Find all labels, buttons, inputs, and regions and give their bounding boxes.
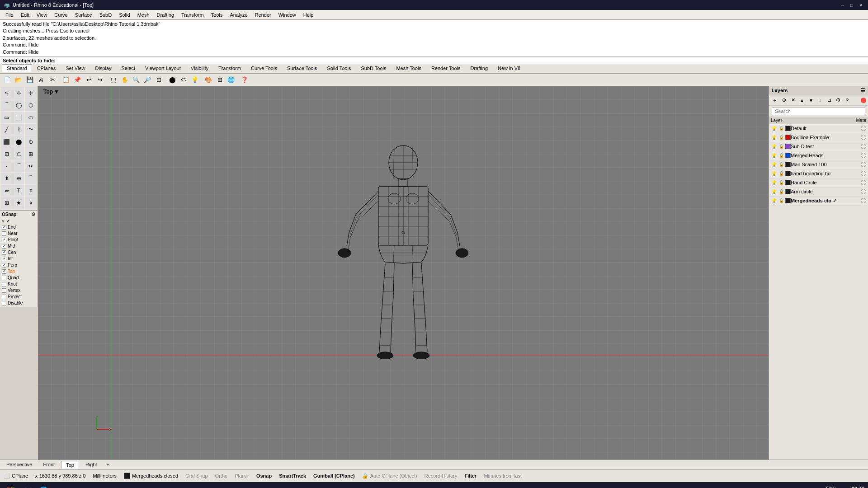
subd-tool[interactable]: ⬡ <box>13 148 25 160</box>
osnap-item-quad[interactable]: Quad <box>2 275 36 281</box>
layer-lock-icon-3[interactable]: 🔓 <box>778 152 784 159</box>
layers-menu-icon[interactable]: ☰ <box>861 88 865 94</box>
layer-down-btn[interactable]: ▼ <box>807 96 815 104</box>
status-record-history[interactable]: Record History <box>425 473 458 479</box>
light-btn[interactable]: 💡 <box>189 74 200 85</box>
toolbar-tab-mesh-tools[interactable]: Mesh Tools <box>391 64 426 72</box>
status-gumball[interactable]: Gumball (CPlane) <box>313 473 355 479</box>
layer-radio-7[interactable] <box>861 189 866 194</box>
move-tool[interactable]: ✛ <box>25 87 37 99</box>
osnap-item-tan[interactable]: ✓Tan <box>2 268 36 275</box>
layer-row-3[interactable]: 💡🔓Merged Heads <box>769 151 868 160</box>
layer-visibility-icon-2[interactable]: 💡 <box>771 143 777 150</box>
print-btn[interactable]: 🖨 <box>36 74 47 85</box>
layer-radio-0[interactable] <box>861 126 866 131</box>
osnap-check-icon[interactable]: ✓ <box>6 218 10 223</box>
status-osnap[interactable]: Osnap <box>256 473 272 479</box>
point-tool[interactable]: · <box>1 160 13 172</box>
text-tool[interactable]: T <box>13 185 25 197</box>
menu-item-edit[interactable]: Edit <box>17 11 33 19</box>
layer-up-btn[interactable]: ▲ <box>798 96 806 104</box>
layer-row-2[interactable]: 💡🔓Sub D test <box>769 142 868 151</box>
panel-tool[interactable]: ⊞ <box>1 197 13 209</box>
globe-btn[interactable]: 🌐 <box>226 74 236 85</box>
taskbar-chrome[interactable]: 🌐 <box>36 484 51 488</box>
layer-row-7[interactable]: 💡🔓Arm circle <box>769 188 868 197</box>
hatch-tool[interactable]: ≡ <box>25 185 37 197</box>
layers-search-input[interactable] <box>772 107 865 115</box>
toolbar-tab-surface-tools[interactable]: Surface Tools <box>282 64 322 72</box>
pan-btn[interactable]: ✋ <box>119 74 130 85</box>
toolbar-tab-visibility[interactable]: Visibility <box>186 64 214 72</box>
layer-color-swatch-5[interactable] <box>785 171 791 176</box>
layer-radio-8[interactable] <box>861 198 866 203</box>
menu-item-drafting[interactable]: Drafting <box>153 11 178 19</box>
layer-row-5[interactable]: 💡🔓hand bounding bo <box>769 169 868 178</box>
toolbar-tab-transform[interactable]: Transform <box>213 64 246 72</box>
boolean-tool[interactable]: ⊕ <box>13 173 25 184</box>
help-btn[interactable]: ❓ <box>239 74 250 85</box>
layer-help-btn[interactable]: ? <box>843 96 851 104</box>
layer-visibility-icon-6[interactable]: 💡 <box>771 179 777 186</box>
layer-color-swatch-1[interactable] <box>785 135 791 140</box>
material-btn[interactable]: 🎨 <box>203 74 214 85</box>
menu-item-solid[interactable]: Solid <box>115 11 133 19</box>
osnap-item-mid[interactable]: ✓Mid <box>2 243 36 249</box>
ellipse-tool[interactable]: ⬭ <box>25 112 37 123</box>
zoom-extents-btn[interactable]: ⊡ <box>153 74 164 85</box>
layer-filter-btn[interactable]: ⊿ <box>825 96 833 104</box>
bottom-tab-perspective[interactable]: Perspective <box>2 461 37 468</box>
close-button[interactable]: ✕ <box>857 1 864 9</box>
osnap-item-vertex[interactable]: Vertex <box>2 287 36 294</box>
menu-item-view[interactable]: View <box>33 11 51 19</box>
toolbar-tab-solid-tools[interactable]: Solid Tools <box>322 64 356 72</box>
layer-visibility-icon-8[interactable]: 💡 <box>771 197 777 204</box>
status-ortho[interactable]: Ortho <box>215 473 228 479</box>
rect2-tool[interactable]: ⬜ <box>13 112 25 123</box>
grid-btn[interactable]: ⊞ <box>214 74 225 85</box>
zoom-out-btn[interactable]: 🔎 <box>142 74 153 85</box>
layer-radio-6[interactable] <box>861 180 866 185</box>
layer-row-1[interactable]: 💡🔓Boullion Example: <box>769 133 868 142</box>
undo-btn[interactable]: ↩ <box>83 74 94 85</box>
start-button[interactable] <box>4 484 18 488</box>
menu-item-curve[interactable]: Curve <box>51 11 71 19</box>
layer-color-swatch-7[interactable] <box>785 189 791 194</box>
osnap-item-project[interactable]: Project <box>2 294 36 300</box>
select-btn[interactable]: ⬚ <box>108 74 119 85</box>
menu-item-help[interactable]: Help <box>300 11 317 19</box>
menu-item-tools[interactable]: Tools <box>208 11 226 19</box>
poly-select-tool[interactable]: ⬡ <box>25 99 37 111</box>
cylinder-btn[interactable]: ⬭ <box>178 74 189 85</box>
cut-btn[interactable]: ✂ <box>47 74 58 85</box>
taskbar-explorer[interactable]: 📁 <box>20 484 34 488</box>
layer-radio-5[interactable] <box>861 171 866 176</box>
maximize-button[interactable]: □ <box>848 1 855 9</box>
mesh-tool[interactable]: ⊞ <box>25 148 37 160</box>
zoom-in-btn[interactable]: 🔍 <box>131 74 142 85</box>
layer-delete-btn[interactable]: ✕ <box>789 96 797 104</box>
toolbar-tab-set-view[interactable]: Set View <box>61 64 90 72</box>
layer-new-sublayer-btn[interactable]: ⊕ <box>780 96 788 104</box>
sphere-btn[interactable]: ⬤ <box>167 74 178 85</box>
layer-lock-icon-4[interactable]: 🔓 <box>778 161 784 168</box>
menu-item-surface[interactable]: Surface <box>71 11 96 19</box>
layer-row-0[interactable]: 💡🔓Default <box>769 124 868 133</box>
save-btn[interactable]: 💾 <box>24 74 35 85</box>
menu-item-render[interactable]: Render <box>251 11 275 19</box>
render-tool[interactable]: ★ <box>13 197 25 209</box>
taskbar-rhino[interactable]: 🦏 <box>52 484 67 488</box>
layer-color-swatch-0[interactable] <box>785 126 791 131</box>
cylinder-tool[interactable]: ⊙ <box>25 136 37 148</box>
box-tool[interactable]: ⬛ <box>1 136 13 148</box>
bottom-tab-top[interactable]: Top <box>61 461 79 469</box>
layer-sort-btn[interactable]: ↕ <box>816 96 824 104</box>
layer-settings-btn[interactable]: ⚙ <box>834 96 842 104</box>
layer-color-swatch-8[interactable] <box>785 198 791 203</box>
layer-row-8[interactable]: 💡🔓Mergedheads clo ✓ <box>769 197 868 206</box>
select-tool[interactable]: ↖ <box>1 87 13 99</box>
layer-color-swatch-6[interactable] <box>785 180 791 185</box>
new-btn[interactable]: 📄 <box>2 74 13 85</box>
osnap-settings-icon[interactable]: ⚙ <box>31 211 36 217</box>
toolbar-tab-drafting[interactable]: Drafting <box>466 64 493 72</box>
